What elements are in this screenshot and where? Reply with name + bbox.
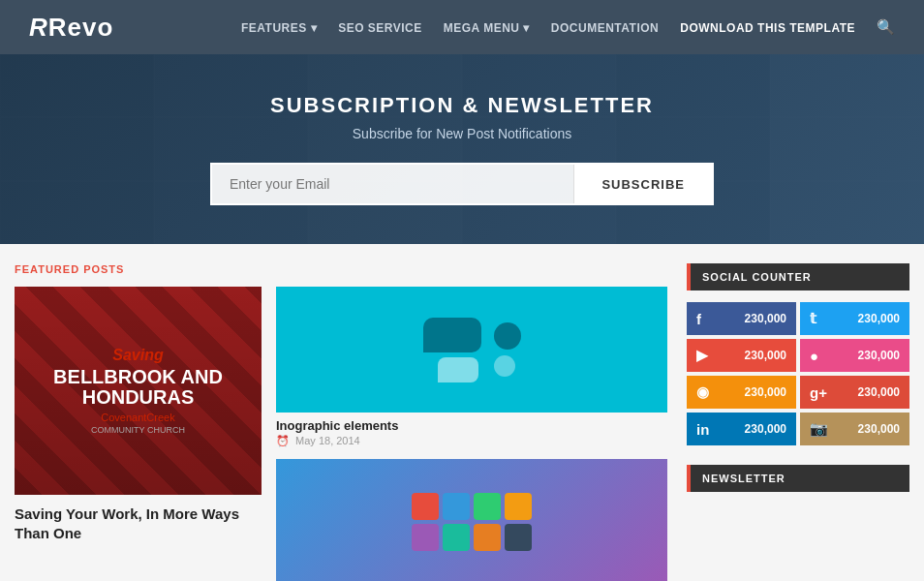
side-post-1-title: Inographic elements [276, 418, 667, 433]
googleplus-count: 230,000 [858, 385, 900, 399]
linkedin-count: 230,000 [745, 422, 786, 436]
social-grid: f 230,000 𝕥 230,000 ▶ 230,000 ● 230,000 … [687, 302, 909, 445]
rss-count: 230,000 [745, 385, 786, 399]
social-counter-section: SOCIAL COUNTER f 230,000 𝕥 230,000 ▶ 230… [687, 263, 909, 445]
linkedin-icon: in [696, 421, 714, 438]
facebook-icon: f [696, 311, 714, 327]
main-content: FEATURED POSTS Saving BELLBROOK ANDHONDU… [15, 263, 667, 581]
brand-logo[interactable]: RRevo [29, 13, 113, 43]
nav-link-seo[interactable]: SEO SERVICE [338, 21, 422, 35]
sidebar: SOCIAL COUNTER f 230,000 𝕥 230,000 ▶ 230… [687, 263, 909, 581]
nav-item-features[interactable]: FEATURES ▾ [241, 19, 317, 35]
youtube-count: 230,000 [745, 349, 786, 362]
nav-item-download[interactable]: DOWNLOAD THIS TEMPLATE [680, 19, 855, 35]
subscribe-button[interactable]: SUBSCRIBE [573, 165, 712, 203]
side-post-1[interactable]: Inographic elements ⏰ May 18, 2014 [276, 287, 667, 447]
instagram-count: 230,000 [858, 422, 900, 436]
nav-search[interactable]: 🔍 [877, 18, 895, 36]
dribbble-icon: ● [810, 348, 827, 364]
main-featured-post[interactable]: Saving BELLBROOK ANDHONDURAS CovenantCre… [15, 287, 262, 581]
main-featured-image: Saving BELLBROOK ANDHONDURAS CovenantCre… [15, 287, 262, 495]
email-input[interactable] [212, 165, 573, 203]
social-counter-title: SOCIAL COUNTER [687, 263, 909, 290]
social-instagram[interactable]: 📷 230,000 [800, 413, 909, 445]
nav-item-docs[interactable]: DOCUMENTATION [551, 19, 659, 35]
newsletter-title: NEWSLETTER [687, 465, 909, 492]
dribbble-count: 230,000 [858, 349, 900, 362]
cover-text-bottom: CovenantCreek [101, 412, 174, 423]
nav-link-features[interactable]: FEATURES ▾ [241, 21, 317, 35]
social-youtube[interactable]: ▶ 230,000 [687, 339, 796, 372]
social-rss[interactable]: ◉ 230,000 [687, 376, 796, 409]
googleplus-icon: g+ [810, 384, 827, 401]
cover-inner: Saving BELLBROOK ANDHONDURAS CovenantCre… [15, 287, 262, 495]
subscribe-form: SUBSCRIBE [210, 163, 714, 205]
hero-subtitle: Subscribe for New Post Notifications [210, 126, 714, 141]
hero-content: SUBSCRIPTION & NEWSLETTER Subscribe for … [210, 93, 714, 205]
hero-title: SUBSCRIPTION & NEWSLETTER [210, 93, 714, 118]
facebook-count: 230,000 [745, 312, 786, 325]
youtube-icon: ▶ [696, 347, 714, 364]
cards-illustration [412, 493, 532, 551]
nav-item-seo[interactable]: SEO SERVICE [338, 19, 422, 35]
nav-link-download[interactable]: DOWNLOAD THIS TEMPLATE [680, 21, 855, 35]
nav-item-mega[interactable]: MEGA MENU ▾ [444, 19, 530, 35]
nav-link-docs[interactable]: DOCUMENTATION [551, 21, 659, 35]
cover-text-top: Saving [112, 347, 163, 364]
cover-sub: COMMUNITY CHURCH [91, 425, 185, 435]
social-linkedin[interactable]: in 230,000 [687, 413, 796, 445]
featured-grid: Saving BELLBROOK ANDHONDURAS CovenantCre… [15, 287, 667, 581]
social-googleplus[interactable]: g+ 230,000 [800, 376, 909, 409]
rss-icon: ◉ [696, 383, 714, 401]
side-post-2[interactable]: Minimalist Portraits Of... ⏰ May 18, 201… [276, 459, 667, 581]
side-post-1-image [276, 287, 667, 413]
social-dribbble[interactable]: ● 230,000 [800, 339, 909, 372]
twitter-count: 230,000 [858, 312, 900, 325]
twitter-icon: 𝕥 [810, 310, 827, 327]
featured-label: FEATURED POSTS [15, 263, 667, 275]
clock-icon: ⏰ [276, 435, 290, 446]
nav-link-mega[interactable]: MEGA MENU ▾ [444, 21, 530, 35]
cover-text-main: BELLBROOK ANDHONDURAS [53, 367, 223, 408]
navbar: RRevo FEATURES ▾ SEO SERVICE MEGA MENU ▾… [0, 0, 924, 54]
social-facebook[interactable]: f 230,000 [687, 302, 796, 335]
main-post-title: Saving Your Work, In More Ways Than One [15, 505, 262, 542]
side-post-1-date: ⏰ May 18, 2014 [276, 435, 667, 447]
main-wrapper: FEATURED POSTS Saving BELLBROOK ANDHONDU… [0, 244, 924, 581]
side-post-2-image [276, 459, 667, 581]
search-icon[interactable]: 🔍 [877, 18, 895, 35]
hero-section: SUBSCRIPTION & NEWSLETTER Subscribe for … [0, 54, 924, 244]
newsletter-section: NEWSLETTER [687, 465, 909, 492]
nav-menu: FEATURES ▾ SEO SERVICE MEGA MENU ▾ DOCUM… [241, 18, 895, 36]
social-twitter[interactable]: 𝕥 230,000 [800, 302, 909, 335]
instagram-icon: 📷 [810, 420, 828, 438]
chat-icon [414, 308, 531, 392]
side-posts: Inographic elements ⏰ May 18, 2014 [276, 287, 667, 581]
